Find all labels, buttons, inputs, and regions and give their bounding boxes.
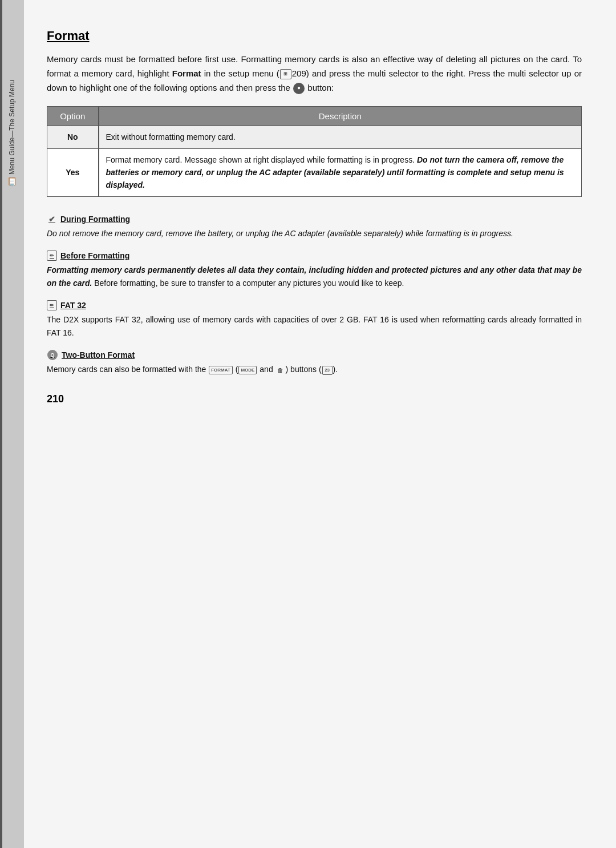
table-row: No Exit without formatting memory card. <box>47 126 582 148</box>
note-twobtn-title: Q Two-Button Format <box>47 350 582 360</box>
sidebar-text: Menu Guide—The Setup Menu <box>8 80 16 175</box>
description-no: Exit without formatting memory card. <box>99 126 582 148</box>
note-before-body: Formatting memory cards permanently dele… <box>47 264 582 290</box>
note-during-formatting: ✔ During Formatting Do not remove the me… <box>47 214 582 240</box>
note-twobtn-mid: ( <box>233 365 238 374</box>
two-btn-icon: Q <box>47 350 58 360</box>
note-fat32-body-text: The D2X supports FAT 32, allowing use of… <box>47 315 582 337</box>
note-twobtn-final: ). <box>333 365 338 374</box>
options-table: Option Description No Exit without forma… <box>47 106 582 197</box>
format-tag: FORMAT <box>209 366 233 374</box>
enter-button-icon: ● <box>293 83 305 94</box>
sidebar: 📋 Menu Guide—The Setup Menu <box>0 0 24 848</box>
table-header-option: Option <box>47 107 99 126</box>
note-during-body: Do not remove the memory card, remove th… <box>47 227 582 240</box>
intro-bold: Format <box>172 68 201 78</box>
intro-text-2: in the setup menu ( <box>201 68 279 78</box>
ref-23: 23 <box>322 366 333 375</box>
pencil-icon-before: ✏ <box>47 251 57 261</box>
checkmark-icon: ✔ <box>47 214 57 224</box>
note-fat32: ✏ FAT 32 The D2X supports FAT 32, allowi… <box>47 300 582 340</box>
intro-text-4: button: <box>305 83 334 92</box>
note-twobtn-title-text: Two-Button Format <box>62 350 135 360</box>
mode-tag: MODE <box>238 366 257 374</box>
intro-paragraph: Memory cards must be formatted before fi… <box>47 53 582 95</box>
note-during-title: ✔ During Formatting <box>47 214 582 224</box>
note-twobtn-end: ) buttons ( <box>286 365 322 374</box>
intro-page: 209 <box>292 68 306 78</box>
sidebar-icon: 📋 <box>7 177 17 187</box>
pencil-icon-fat32: ✏ <box>47 300 57 310</box>
note-before-formatting: ✏ Before Formatting Formatting memory ca… <box>47 251 582 290</box>
notes-section: ✔ During Formatting Do not remove the me… <box>47 214 582 377</box>
menu-ref-icon: ⊞ <box>280 69 291 79</box>
note-two-button-format: Q Two-Button Format Memory cards can als… <box>47 350 582 376</box>
page-title: Format <box>47 29 582 43</box>
option-no: No <box>47 126 99 148</box>
note-twobtn-mid2: and <box>257 365 275 374</box>
desc-no-text: Exit without formatting memory card. <box>106 132 236 142</box>
note-fat32-title-text: FAT 32 <box>60 301 86 310</box>
page-number: 210 <box>47 393 582 405</box>
note-before-title-text: Before Formatting <box>60 251 129 260</box>
note-during-title-text: During Formatting <box>60 215 130 224</box>
description-yes: Format memory card. Message shown at rig… <box>99 148 582 196</box>
trash-icon: 🗑 <box>276 366 285 375</box>
note-twobtn-body-start: Memory cards can also be formatted with … <box>47 365 208 374</box>
note-during-body-text: Do not remove the memory card, remove th… <box>47 229 513 238</box>
note-twobtn-body: Memory cards can also be formatted with … <box>47 363 582 376</box>
note-before-title: ✏ Before Formatting <box>47 251 582 261</box>
note-fat32-body: The D2X supports FAT 32, allowing use of… <box>47 313 582 340</box>
note-fat32-title: ✏ FAT 32 <box>47 300 582 310</box>
sidebar-label: 📋 Menu Guide—The Setup Menu <box>7 80 17 187</box>
option-yes: Yes <box>47 148 99 196</box>
table-header-description: Description <box>99 107 582 126</box>
table-row: Yes Format memory card. Message shown at… <box>47 148 582 196</box>
note-before-body-normal: Before formatting, be sure to transfer t… <box>94 278 404 288</box>
main-content: Format Memory cards must be formatted be… <box>24 0 616 848</box>
desc-yes-start: Format memory card. Message shown at rig… <box>106 155 417 164</box>
sidebar-border <box>0 0 2 848</box>
